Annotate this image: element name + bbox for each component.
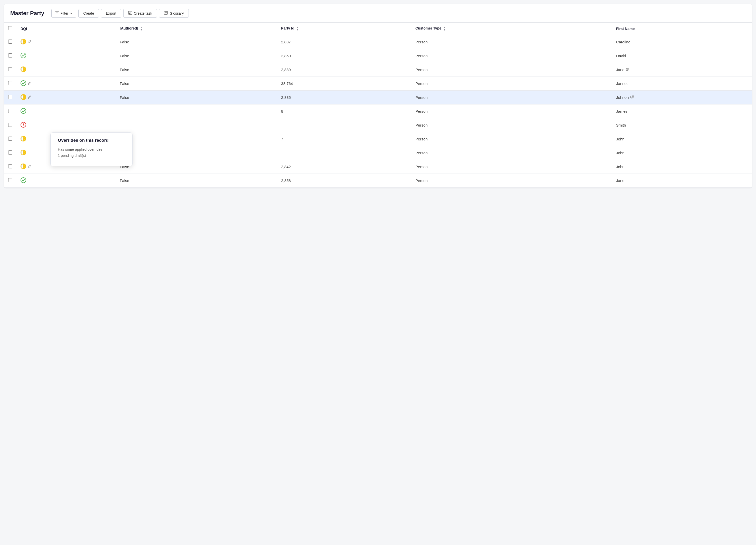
svg-text:!: ! (23, 123, 24, 127)
authored-cell: False (116, 63, 277, 77)
edit-icon[interactable] (28, 40, 31, 44)
dqi-check-icon (21, 108, 26, 115)
row-checkbox[interactable] (8, 40, 12, 44)
authored-cell (116, 146, 277, 160)
authored-cell: False (116, 91, 277, 105)
col-party-id[interactable]: Party Id ▲▼ (277, 23, 411, 35)
page-title: Master Party (10, 10, 44, 17)
first-name-cell: John (612, 160, 752, 174)
filter-button[interactable]: Filter (51, 9, 76, 18)
table-row: False2,850PersonDavid (4, 49, 752, 63)
row-checkbox-cell (4, 91, 16, 105)
filter-icon (55, 11, 59, 15)
customer-type-cell: Person (411, 91, 612, 105)
first-name-cell: Johnon (612, 91, 752, 105)
table-row: ! PersonSmith (4, 118, 752, 132)
link-icon[interactable] (626, 68, 629, 72)
dqi-cell (16, 91, 116, 105)
dqi-check-icon (21, 53, 26, 59)
svg-rect-21 (630, 96, 632, 98)
row-checkbox[interactable] (8, 109, 12, 113)
party-id-cell: 2,837 (277, 35, 411, 49)
dqi-cell (16, 63, 116, 77)
authored-cell (116, 118, 277, 132)
authored-cell: False (116, 49, 277, 63)
row-checkbox-cell (4, 174, 16, 188)
customer-type-cell: Person (411, 35, 612, 49)
dqi-half-icon (21, 150, 26, 156)
party-id-cell: 8 (277, 105, 411, 118)
table-row: False2,858PersonJane (4, 174, 752, 188)
glossary-button[interactable]: Glossary (159, 9, 189, 18)
customer-type-cell: Person (411, 63, 612, 77)
row-checkbox[interactable] (8, 178, 12, 182)
edit-icon[interactable] (28, 95, 31, 100)
row-checkbox[interactable] (8, 123, 12, 127)
dqi-check-icon (21, 177, 26, 184)
create-button[interactable]: Create (78, 9, 99, 18)
glossary-label: Glossary (170, 11, 184, 15)
customer-type-cell: Person (411, 132, 612, 146)
authored-cell (116, 132, 277, 146)
first-name-cell: Jane (612, 63, 752, 77)
row-checkbox[interactable] (8, 95, 12, 99)
export-button[interactable]: Export (101, 9, 121, 18)
glossary-icon (164, 11, 168, 15)
svg-point-23 (21, 108, 26, 114)
export-label: Export (106, 11, 116, 15)
col-authored[interactable]: [Authored] ▲▼ (116, 23, 277, 35)
page-wrapper: Master Party Filter Create (4, 4, 752, 188)
dqi-cell (16, 77, 116, 91)
dqi-half-icon (21, 39, 26, 45)
row-checkbox[interactable] (8, 67, 12, 71)
first-name-cell: John (612, 146, 752, 160)
row-checkbox-cell (4, 35, 16, 49)
row-checkbox[interactable] (8, 164, 12, 169)
row-checkbox[interactable] (8, 53, 12, 58)
dqi-half-icon (21, 67, 26, 73)
customer-type-cell: Person (411, 105, 612, 118)
sort-icons-customer-type: ▲▼ (443, 26, 446, 31)
row-checkbox-cell (4, 63, 16, 77)
link-icon[interactable] (630, 95, 634, 100)
party-id-cell: 2,858 (277, 174, 411, 188)
table-row: False2,837PersonCaroline (4, 35, 752, 49)
col-customer-type[interactable]: Customer Type ▲▼ (411, 23, 612, 35)
party-id-cell (277, 146, 411, 160)
svg-point-16 (21, 81, 26, 86)
row-checkbox[interactable] (8, 151, 12, 155)
customer-type-cell: Person (411, 49, 612, 63)
row-checkbox-cell (4, 77, 16, 91)
edit-icon[interactable] (28, 81, 31, 86)
tooltip-line2: 1 pending draft(s) (58, 154, 86, 158)
first-name-cell: James (612, 105, 752, 118)
row-checkbox-cell (4, 160, 16, 174)
col-dqi: DQI (16, 23, 116, 35)
table-row: 8PersonJames (4, 105, 752, 118)
row-checkbox-cell (4, 146, 16, 160)
authored-cell (116, 105, 277, 118)
row-checkbox[interactable] (8, 81, 12, 85)
svg-point-11 (21, 53, 26, 58)
row-checkbox[interactable] (8, 137, 12, 141)
edit-icon[interactable] (28, 165, 31, 169)
first-name-cell: Jannet (612, 77, 752, 91)
party-id-cell: 2,835 (277, 91, 411, 105)
dqi-cell (16, 174, 116, 188)
first-name-cell: David (612, 49, 752, 63)
customer-type-cell: Person (411, 77, 612, 91)
col-first-name: First Name (612, 23, 752, 35)
header: Master Party Filter Create (4, 4, 752, 23)
first-name-cell: John (612, 132, 752, 146)
svg-line-17 (30, 82, 31, 83)
row-checkbox-cell (4, 132, 16, 146)
dqi-cell (16, 35, 116, 49)
dqi-half-icon (21, 94, 26, 101)
customer-type-cell: Person (411, 146, 612, 160)
svg-line-10 (30, 41, 31, 42)
svg-rect-14 (626, 68, 628, 70)
table-row: False2,835PersonJohnon (4, 91, 752, 105)
select-all-checkbox[interactable] (8, 26, 12, 30)
table-header-row: DQI [Authored] ▲▼ Party Id ▲▼ Customer T… (4, 23, 752, 35)
create-task-button[interactable]: Create task (123, 9, 157, 18)
